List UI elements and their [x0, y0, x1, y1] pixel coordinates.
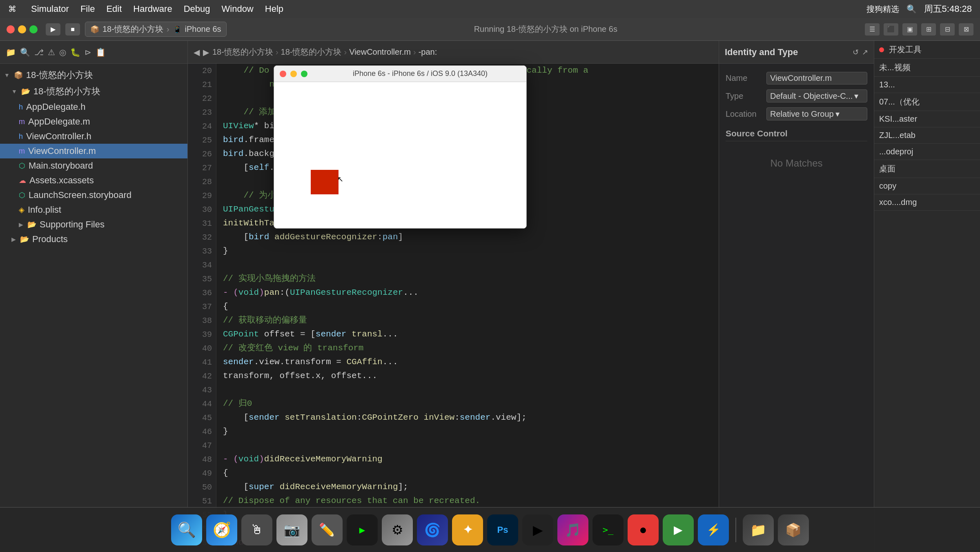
right-panel-toolbar: Identity and Type ↺ ↗ — [719, 41, 874, 64]
sidebar-item-viewcontrollerm[interactable]: m ViewController.m — [0, 144, 187, 158]
menu-edit[interactable]: Edit — [106, 4, 122, 14]
search-icon[interactable]: 🔍 — [20, 47, 30, 57]
far-right-item-xco[interactable]: xco....dmg — [874, 194, 980, 211]
dock-pencil[interactable]: ✏️ — [312, 514, 343, 545]
menu-file[interactable]: File — [80, 4, 95, 14]
line-25: 25 — [188, 133, 216, 147]
expand-arrow-3: ▶ — [19, 221, 23, 228]
menu-window[interactable]: Window — [222, 4, 254, 14]
badge-dot — [879, 47, 884, 52]
far-right-item-zjl[interactable]: ZJL...etab — [874, 127, 980, 144]
line-23: 23 — [188, 105, 216, 119]
far-right-item-proj[interactable]: ...odeproj — [874, 144, 980, 160]
far-right-item-07[interactable]: 07...（优化 — [874, 93, 980, 111]
refresh-icon[interactable]: ↺ — [853, 48, 859, 57]
sim-close-btn[interactable] — [280, 71, 286, 77]
supporting-icon: 📂 — [27, 220, 36, 229]
line-numbers: 20 21 22 23 24 25 26 27 28 29 30 31 32 3… — [188, 64, 216, 552]
sim-max-btn[interactable] — [301, 71, 307, 77]
dock-shell[interactable]: >_ — [592, 514, 624, 545]
location-value[interactable]: Relative to Group ▾ — [766, 107, 867, 120]
far-right-item-video[interactable]: 未...视频 — [874, 59, 980, 77]
sidebar-item-mainstoryboard[interactable]: ⬡ Main.storyboard — [0, 158, 187, 173]
source-control-icon[interactable]: ⎇ — [34, 47, 44, 57]
issue-icon[interactable]: ⚠ — [48, 47, 55, 57]
dock-safari[interactable]: 🧭 — [206, 514, 237, 545]
far-right-item-ksi[interactable]: KSI...aster — [874, 111, 980, 127]
sim-min-btn[interactable] — [290, 71, 297, 77]
sidebar-item-project[interactable]: ▼ 📦 18-愤怒的小方块 — [0, 67, 187, 83]
scheme-selector[interactable]: 📦 18-愤怒的小方块 › 📱 iPhone 6s — [85, 22, 227, 37]
navigator-toggle[interactable]: ☰ — [865, 23, 880, 36]
breadcrumb-sep3: › — [413, 47, 416, 57]
code-line-33: } — [223, 244, 719, 258]
share-icon[interactable]: ↗ — [862, 48, 868, 57]
desktop-label: 桌面 — [879, 164, 895, 173]
sidebar-item-appdelegateh[interactable]: h AppDelegate.h — [0, 100, 187, 114]
red-square[interactable] — [311, 170, 339, 194]
stop-button[interactable]: ■ — [65, 23, 80, 36]
far-right-item-devtools[interactable]: 开发工具 — [874, 41, 980, 59]
dock-green-app[interactable]: ▶ — [663, 514, 694, 545]
dock-ps[interactable]: Ps — [487, 514, 518, 545]
assistant-toggle[interactable]: ⊟ — [940, 23, 955, 36]
far-right-item-copy[interactable]: copy — [874, 178, 980, 194]
sidebar-item-infoplist[interactable]: ◈ Info.plist — [0, 203, 187, 217]
minimize-button[interactable] — [18, 25, 26, 33]
debug-toggle[interactable]: ⬛ — [884, 23, 898, 36]
dock-folder-1[interactable]: 📁 — [743, 514, 774, 545]
menu-simulator[interactable]: Simulator — [31, 4, 69, 14]
nav-forward-icon[interactable]: ▶ — [203, 47, 209, 57]
maximize-button[interactable] — [29, 25, 38, 33]
version-toggle[interactable]: ⊠ — [959, 23, 973, 36]
h-file-icon-2: h — [19, 132, 23, 141]
run-button[interactable]: ▶ — [46, 23, 60, 36]
dock-finder[interactable]: 🔍 — [171, 514, 202, 545]
dock-sketch[interactable]: ✦ — [452, 514, 483, 545]
proj-label: ...odeproj — [879, 147, 913, 156]
type-value[interactable]: Default - Objective-C... ▾ — [766, 89, 867, 102]
search-icon[interactable]: 🔍 — [906, 4, 917, 14]
dock-orbit[interactable]: 🌀 — [417, 514, 448, 545]
sidebar-item-supporting[interactable]: ▶ 📂 Supporting Files — [0, 217, 187, 232]
far-right-item-desktop[interactable]: 桌面 — [874, 160, 980, 178]
name-value[interactable]: ViewController.m — [766, 72, 867, 85]
folder-icon[interactable]: 📁 — [6, 47, 16, 57]
nav-back-icon[interactable]: ◀ — [194, 47, 200, 57]
split-toggle[interactable]: ⊞ — [921, 23, 936, 36]
dock-red-app[interactable]: ● — [628, 514, 659, 545]
line-27: 27 — [188, 161, 216, 175]
dock-mouse[interactable]: 🖱 — [241, 514, 272, 545]
far-right-item-13[interactable]: 13... — [874, 77, 980, 93]
menu-debug[interactable]: Debug — [184, 4, 210, 14]
copy-label: copy — [879, 181, 896, 190]
dock-photo[interactable]: 📷 — [276, 514, 307, 545]
debug-icon[interactable]: 🐛 — [70, 47, 80, 57]
menu-hardware[interactable]: Hardware — [133, 4, 172, 14]
sidebar-item-group[interactable]: ▼ 📂 18-愤怒的小方块 — [0, 83, 187, 100]
dock-terminal[interactable]: ▶ — [347, 514, 378, 545]
sidebar-item-products[interactable]: ▶ 📂 Products — [0, 232, 187, 247]
inspector-toggle[interactable]: ▣ — [902, 23, 917, 36]
log-icon[interactable]: 📋 — [96, 47, 106, 57]
dock-play[interactable]: ▶ — [522, 514, 553, 545]
dock-media[interactable]: 🎵 — [557, 514, 588, 545]
dock-folder-2[interactable]: 📦 — [778, 514, 809, 545]
sidebar-item-appdelegatem[interactable]: m AppDelegate.m — [0, 114, 187, 129]
dock-gear[interactable]: ⚙ — [382, 514, 413, 545]
breadcrumb-method[interactable]: -pan: — [419, 47, 437, 57]
menubar-search[interactable]: 搜狗精选 — [866, 4, 899, 15]
menu-help[interactable]: Help — [265, 4, 283, 14]
scheme-name: 18-愤怒的小方块 — [102, 24, 163, 35]
breadcrumb-project[interactable]: 18-愤怒的小方块 — [212, 47, 273, 58]
dock-blue-app[interactable]: ⚡ — [698, 514, 729, 545]
close-button[interactable] — [7, 25, 15, 33]
sidebar-item-assets[interactable]: ☁ Assets.xcassets — [0, 173, 187, 188]
breakpoint-icon[interactable]: ⊳ — [85, 47, 91, 57]
code-line-42: transform, offset.x, offset... — [223, 369, 719, 383]
test-icon[interactable]: ◎ — [59, 47, 66, 57]
sidebar-item-launchscreen[interactable]: ⬡ LaunchScreen.storyboard — [0, 188, 187, 203]
breadcrumb-file[interactable]: ViewController.m — [349, 47, 411, 57]
breadcrumb-group[interactable]: 18-愤怒的小方块 — [281, 47, 342, 58]
sidebar-item-viewcontrollerh[interactable]: h ViewController.h — [0, 129, 187, 144]
